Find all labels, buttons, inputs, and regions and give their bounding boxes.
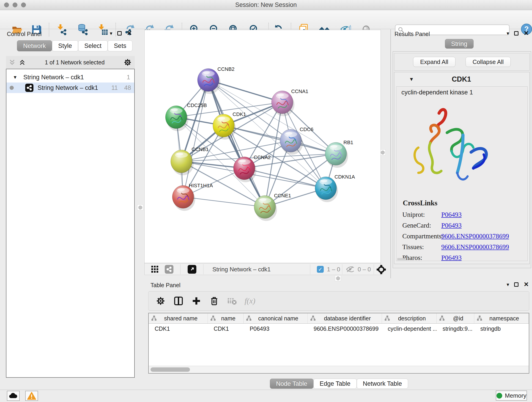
tab-style[interactable]: Style — [52, 40, 78, 51]
column-header--id[interactable]: @id — [437, 313, 474, 323]
crosslink-link[interactable]: P06493 — [441, 254, 462, 262]
table-cell: P06493 — [244, 325, 308, 332]
network-status-dot-icon — [10, 86, 14, 90]
memory-button[interactable]: Memory — [496, 390, 527, 401]
tab-sets[interactable]: Sets — [108, 40, 133, 51]
cloud-button[interactable] — [7, 391, 20, 401]
network-node-rb1[interactable] — [325, 142, 348, 168]
control-panel-tabs: NetworkStyleSelectSets — [17, 40, 133, 51]
network-node-cdkn1a[interactable] — [315, 177, 338, 202]
warnings-button[interactable] — [25, 391, 38, 401]
network-node-cdc25b[interactable] — [165, 106, 188, 131]
crosslink-link[interactable]: 9606.ENSP00000378699 — [441, 243, 509, 251]
table-row[interactable]: CDK1CDK1P064939606.ENSP00000378699cyclin… — [149, 324, 529, 334]
tab-node-table[interactable]: Node Table — [270, 379, 313, 389]
results-scroll-nub[interactable] — [397, 258, 406, 260]
scrollbar-thumb[interactable] — [151, 367, 190, 372]
float-panel-icon[interactable] — [117, 31, 122, 36]
crosslink-link[interactable]: 9606.ENSP00000378699 — [441, 232, 509, 240]
network-collection-row[interactable]: ▼ String Network – cdk1 1 — [6, 72, 134, 83]
column-header-description[interactable]: description — [382, 313, 437, 323]
columns-icon[interactable] — [173, 296, 184, 306]
table-cell: stringdb — [474, 325, 529, 332]
expand-all-chevron-icon[interactable] — [9, 59, 16, 66]
close-panel-icon[interactable]: ✕ — [524, 30, 529, 36]
close-panel-icon[interactable]: ✕ — [127, 30, 132, 36]
network-node-ccna1[interactable] — [272, 91, 294, 116]
hierarchy-icon — [439, 315, 445, 321]
gear-icon[interactable] — [155, 296, 166, 306]
network-row[interactable]: String Network – cdk1 11 48 — [6, 83, 134, 93]
tab-select[interactable]: Select — [78, 40, 108, 51]
collapse-all-chevron-icon[interactable] — [19, 59, 26, 66]
node-label-cdkn1a: CDKN1A — [335, 174, 355, 180]
collapse-panel-icon[interactable]: ▾ — [110, 31, 112, 36]
crosslink-label: Compartments: — [396, 232, 441, 240]
gear-icon[interactable] — [124, 58, 132, 66]
network-status-bar: String Network – cdk1 ✓ 1 – 0 0 – 0 — [144, 263, 381, 275]
column-header-canonical-name[interactable]: canonical name — [244, 313, 307, 323]
tab-string[interactable]: String — [445, 39, 474, 49]
float-panel-icon[interactable] — [514, 31, 519, 36]
network-node-cdk1[interactable] — [213, 114, 236, 140]
open-in-icon[interactable] — [188, 265, 196, 274]
network-node-cdc6[interactable] — [280, 129, 303, 155]
column-header-database-identifier[interactable]: database identifier — [308, 313, 382, 323]
crosslink-link[interactable]: P06493 — [441, 211, 462, 218]
network-node-hist1h1a[interactable] — [172, 185, 195, 211]
node-label-ccne1: CCNE1 — [274, 193, 291, 198]
edge-count: 48 — [124, 84, 131, 91]
crosslink-row: Tissues:9606.ENSP00000378699 — [396, 243, 527, 251]
column-header-shared-name[interactable]: shared name — [149, 313, 208, 323]
tree-expander-icon[interactable]: ▼ — [13, 75, 17, 80]
network-node-ccne1[interactable] — [254, 196, 277, 221]
main-toolbar: ? — [0, 10, 532, 29]
network-view-canvas[interactable]: CCNB2CCNA1CDC25BCDK1CDC6RB1CCNB1CCNA2CDK… — [144, 30, 381, 263]
collapse-panel-icon[interactable]: ▾ — [507, 31, 509, 36]
cloud-icon — [9, 393, 18, 399]
tab-network[interactable]: Network — [17, 40, 52, 51]
vertical-splitter-handle[interactable] — [137, 204, 143, 211]
grid-icon[interactable] — [151, 265, 159, 273]
column-header-name[interactable]: name — [208, 313, 244, 323]
section-title: CDK1 — [414, 75, 509, 83]
table-panel: Table Panel ▾ ✕ f(x) shared namenamecano… — [146, 278, 532, 388]
tab-edge-table[interactable]: Edge Table — [313, 379, 357, 389]
cdk1-section-body: cyclin-dependent kinase 1 — [396, 86, 528, 261]
network-collection-label: String Network – cdk1 — [23, 74, 84, 81]
hidden-count: 0 – 0 — [358, 266, 371, 273]
column-header-namespace[interactable]: namespace — [474, 313, 529, 323]
memory-status-icon — [496, 393, 502, 399]
table-panel-title: Table Panel — [151, 282, 181, 288]
table-cell: CDK1 — [149, 325, 208, 332]
crosslink-row: Compartments:9606.ENSP00000378699 — [396, 232, 527, 240]
cdk1-section-header[interactable]: ▼ CDK1 — [394, 72, 530, 86]
crosslink-link[interactable]: P06493 — [441, 222, 462, 229]
collapse-panel-icon[interactable]: ▾ — [507, 282, 509, 288]
section-expander-icon[interactable]: ▼ — [409, 76, 414, 82]
hidden-eye-icon[interactable] — [346, 266, 355, 273]
current-network-name: String Network – cdk1 — [212, 266, 271, 273]
selected-checkbox-icon[interactable]: ✓ — [317, 266, 324, 273]
table-hscrollbar[interactable] — [149, 366, 529, 373]
control-panel: Control Panel ▾ ✕ NetworkStyleSelectSets… — [2, 30, 135, 380]
window-title: Session: New Session — [0, 1, 532, 8]
trash-icon[interactable] — [209, 296, 220, 306]
node-label-ccna1: CCNA1 — [291, 89, 308, 94]
string-results-box: Expand All Collapse All ▼ CDK1 cyclin-de… — [393, 51, 531, 268]
collapse-all-button[interactable]: Collapse All — [466, 57, 511, 67]
tab-network-table[interactable]: Network Table — [357, 379, 408, 389]
float-panel-icon[interactable] — [514, 282, 519, 287]
expand-all-button[interactable]: Expand All — [413, 57, 456, 67]
hierarchy-icon — [246, 315, 252, 321]
plus-icon[interactable] — [191, 296, 202, 306]
crosslink-label: Tissues: — [396, 243, 441, 251]
table-body: CDK1CDK1P064939606.ENSP00000378699cyclin… — [149, 324, 529, 334]
node-label-hist1h1a: HIST1H1A — [189, 183, 213, 188]
close-panel-icon[interactable]: ✕ — [524, 281, 529, 288]
network-node-ccnb2[interactable] — [197, 69, 220, 94]
crosshair-icon[interactable] — [376, 265, 386, 274]
crosslink-row: GeneCard:P06493 — [396, 222, 527, 229]
node-label-ccnb2: CCNB2 — [217, 66, 234, 72]
share-view-icon[interactable] — [165, 265, 173, 274]
